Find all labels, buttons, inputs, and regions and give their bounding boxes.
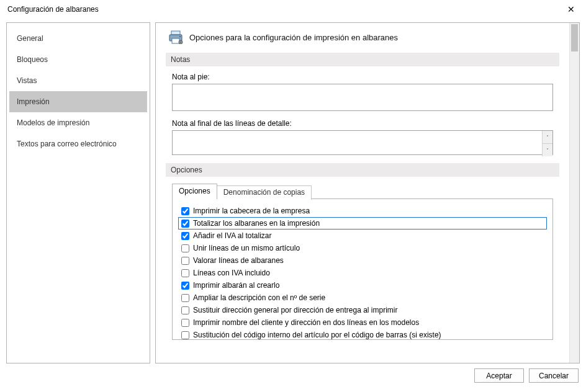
- sidebar-item-textos[interactable]: Textos para correo electrónico: [9, 133, 147, 154]
- spinner-control[interactable]: ˄ ˅: [542, 131, 552, 156]
- svg-point-3: [179, 36, 181, 37]
- sidebar-item-impresion[interactable]: Impresión: [9, 91, 147, 112]
- option-checkbox-row[interactable]: Valorar líneas de albaranes: [181, 256, 544, 265]
- option-checkbox[interactable]: [181, 257, 189, 265]
- option-checkbox[interactable]: [181, 294, 189, 302]
- option-checkbox-row[interactable]: Imprimir albarán al crearlo: [181, 281, 544, 290]
- page-title: Opciones para la configuración de impres…: [189, 33, 398, 42]
- option-checkbox-label: Unir líneas de un mismo artículo: [193, 244, 300, 252]
- option-checkbox[interactable]: [181, 269, 189, 277]
- sidebar-item-general[interactable]: General: [9, 28, 147, 49]
- option-checkbox[interactable]: [181, 319, 189, 327]
- chevron-up-icon[interactable]: ˄: [543, 131, 552, 144]
- accept-button[interactable]: Aceptar: [474, 368, 524, 383]
- option-checkbox[interactable]: [181, 232, 189, 240]
- section-header-opciones: Opciones: [166, 163, 559, 177]
- option-checkbox-label: Añadir el IVA al totalizar: [193, 231, 272, 240]
- option-checkbox-row[interactable]: Líneas con IVA incluido: [181, 269, 544, 277]
- option-checkbox[interactable]: [181, 220, 189, 228]
- nota-pie-input[interactable]: [172, 84, 553, 111]
- close-icon[interactable]: ✕: [562, 2, 580, 17]
- option-checkbox-label: Ampliar la descripción con el nº de seri…: [193, 293, 325, 302]
- sidebar-item-vistas[interactable]: Vistas: [9, 70, 147, 91]
- scrollbar-thumb[interactable]: [571, 24, 578, 51]
- chevron-down-icon[interactable]: ˅: [543, 144, 552, 156]
- svg-rect-2: [172, 38, 179, 43]
- option-checkbox-row[interactable]: Ampliar la descripción con el nº de seri…: [181, 293, 544, 302]
- content-panel: Opciones para la configuración de impres…: [156, 23, 569, 363]
- option-checkbox-label: Totalizar los albaranes en la impresión: [193, 219, 320, 228]
- option-checkbox-row[interactable]: Añadir el IVA al totalizar: [181, 231, 544, 240]
- option-checkbox-label: Líneas con IVA incluido: [193, 269, 270, 277]
- svg-rect-0: [171, 31, 180, 35]
- option-checkbox-label: Imprimir nombre del cliente y dirección …: [193, 318, 419, 327]
- option-checkbox-label: Imprimir la cabecera de la empresa: [193, 207, 310, 215]
- scrollbar-track[interactable]: [570, 53, 579, 363]
- printer-icon: [168, 30, 183, 44]
- option-checkbox-label: Valorar líneas de albaranes: [193, 256, 284, 265]
- section-header-notas: Notas: [166, 53, 559, 66]
- option-checkbox-row[interactable]: Totalizar los albaranes en la impresión: [178, 217, 547, 229]
- option-checkbox[interactable]: [181, 306, 189, 314]
- option-checkbox-row[interactable]: Imprimir la cabecera de la empresa: [181, 207, 544, 215]
- sidebar-item-bloqueos[interactable]: Bloqueos: [9, 49, 147, 70]
- sidebar-item-modelos[interactable]: Modelos de impresión: [9, 112, 147, 133]
- option-checkbox-label: Sustitución del código interno del artíc…: [193, 331, 441, 339]
- option-checkbox-row[interactable]: Imprimir nombre del cliente y dirección …: [181, 318, 544, 327]
- nota-pie-label: Nota al pie:: [172, 73, 553, 81]
- option-checkbox-row[interactable]: Sustituir dirección general por direcció…: [181, 306, 544, 314]
- option-checkbox[interactable]: [181, 207, 189, 215]
- tab-denominacion[interactable]: Denominación de copias: [217, 185, 312, 200]
- option-checkbox-row[interactable]: Sustitución del código interno del artíc…: [181, 331, 544, 339]
- option-checkbox[interactable]: [181, 331, 189, 339]
- option-checkbox[interactable]: [181, 282, 189, 290]
- scrollbar-vertical[interactable]: [569, 23, 579, 363]
- cancel-button[interactable]: Cancelar: [529, 368, 579, 383]
- tab-body: Imprimir la cabecera de la empresaTotali…: [172, 198, 553, 340]
- option-checkbox-row[interactable]: Unir líneas de un mismo artículo: [181, 244, 544, 252]
- nota-detalle-input[interactable]: [172, 130, 553, 155]
- option-checkbox-label: Imprimir albarán al crearlo: [193, 281, 279, 290]
- sidebar: General Bloqueos Vistas Impresión Modelo…: [6, 22, 150, 363]
- nota-detalle-label: Nota al final de las líneas de detalle:: [172, 119, 553, 128]
- option-checkbox[interactable]: [181, 244, 189, 252]
- tab-opciones[interactable]: Opciones: [172, 184, 217, 199]
- option-checkbox-label: Sustituir dirección general por direcció…: [193, 306, 397, 314]
- window-title: Configuración de albaranes: [7, 5, 99, 14]
